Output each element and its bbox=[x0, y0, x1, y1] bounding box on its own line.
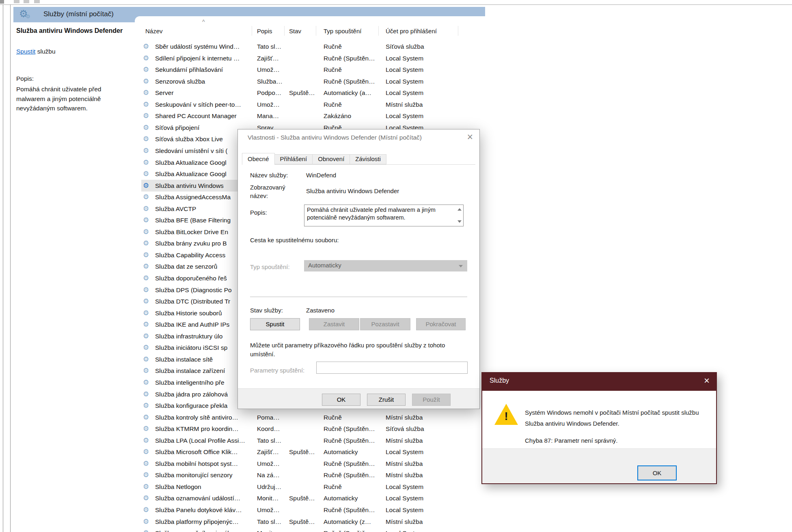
cell-startup: Ručně bbox=[324, 481, 342, 493]
column-separator[interactable] bbox=[252, 26, 252, 36]
separator bbox=[250, 297, 467, 297]
column-header[interactable]: Stav bbox=[289, 28, 301, 34]
cell-desc: Tato sl… bbox=[257, 435, 281, 446]
table-row[interactable]: ⚙Senzorová službaSlužba…Ručně (Spuštěn…L… bbox=[135, 75, 485, 87]
resume-button[interactable]: Pokračovat bbox=[416, 318, 466, 330]
window-divider bbox=[0, 4, 792, 5]
chevron-down-icon bbox=[459, 265, 463, 267]
cell-startup: Ručně (Spuštěn… bbox=[324, 435, 375, 446]
service-gear-icon: ⚙ bbox=[143, 307, 149, 319]
table-row[interactable]: ⚙Služba monitorující senzoryNa zá…Ručně … bbox=[135, 469, 485, 481]
ok-button[interactable]: OK bbox=[322, 394, 360, 406]
cell-desc: Monit… bbox=[257, 492, 278, 504]
table-row[interactable]: ⚙Sdílení připojení k internetu …Zajišť…R… bbox=[135, 52, 485, 64]
tab-přihlášení[interactable]: Přihlášení bbox=[275, 154, 313, 164]
cell-name: Služba monitorující senzory bbox=[155, 469, 232, 481]
cell-name: Služba Capability Access bbox=[155, 249, 225, 261]
cell-name: Služba kontroly sítě antiviro… bbox=[155, 411, 238, 423]
cell-desc: Zajišť… bbox=[257, 446, 279, 458]
table-row[interactable]: ⚙Sekundární přihlašováníUmož…RučněLocal … bbox=[135, 64, 485, 75]
table-row[interactable]: ⚙Služba NetlogonUdržuj…RučněLocal System bbox=[135, 481, 485, 493]
stop-button[interactable]: Zastavit bbox=[309, 318, 359, 330]
warning-icon: ! bbox=[494, 404, 519, 426]
cell-status: Spuště… bbox=[289, 446, 315, 458]
selected-service-title: Služba antiviru Windows Defender bbox=[16, 27, 135, 34]
service-gear-icon: ⚙ bbox=[143, 458, 149, 470]
cell-name: Služba Historie souborů bbox=[155, 307, 222, 319]
table-row[interactable]: ⚙Služba kontroly sítě antiviro…Poma…Ručn… bbox=[135, 411, 485, 423]
cell-startup: Automaticky (a… bbox=[324, 87, 371, 99]
table-row[interactable]: ⚙Sběr událostí systému Wind…Tato sl…Ručn… bbox=[135, 41, 485, 52]
cell-desc: Umož… bbox=[257, 99, 280, 110]
tab-obecné[interactable]: Obecné bbox=[242, 153, 275, 165]
start-button[interactable]: Spustit bbox=[250, 318, 300, 330]
cell-name: Služba iniciátoru iSCSI sp bbox=[155, 342, 227, 353]
cell-name: Sdílení připojení k internetu … bbox=[155, 52, 240, 64]
cell-desc: Tato sl… bbox=[257, 41, 281, 52]
table-row[interactable]: ⚙ServerPodpo…Spuště…Automaticky (a…Local… bbox=[135, 87, 485, 99]
table-row[interactable]: ⚙Služba platformy připojenýc…Tato sl…Spu… bbox=[135, 516, 485, 528]
table-row[interactable]: ⚙Služba mobilní hotspot syst…Umož…Ručně … bbox=[135, 458, 485, 470]
column-header[interactable]: Typ spouštění bbox=[324, 28, 361, 34]
column-header[interactable]: Popis bbox=[257, 28, 272, 34]
cell-account: Místní služba bbox=[386, 458, 423, 470]
cell-name: Shared PC Account Manager bbox=[155, 110, 237, 122]
cell-desc: Na zá… bbox=[257, 469, 280, 481]
pause-button[interactable]: Pozastavit bbox=[360, 318, 410, 330]
dialog-tabs: ObecnéPřihlášeníObnoveníZávislosti bbox=[242, 153, 386, 165]
table-row[interactable]: ⚙Shared PC Account ManagerMana…ZakázánoL… bbox=[135, 110, 485, 122]
cell-name: Služba instalace sítě bbox=[155, 353, 213, 365]
table-row[interactable]: ⚙Služba Microsoft Office Klik…Zajišť…Spu… bbox=[135, 446, 485, 458]
scroll-up-icon[interactable] bbox=[458, 208, 462, 211]
service-gear-icon: ⚙ bbox=[143, 52, 149, 64]
service-gear-icon: ⚙ bbox=[143, 365, 149, 377]
description-textbox[interactable]: Pomáhá chránit uživatele před malwarem a… bbox=[304, 205, 464, 226]
table-row[interactable]: ⚙Služba oznamování událostí…Monit…Spuště… bbox=[135, 492, 485, 504]
service-gear-icon: ⚙ bbox=[143, 516, 149, 528]
cell-name: Služba brány zvuku pro B bbox=[155, 237, 227, 249]
error-ok-button[interactable]: OK bbox=[637, 465, 677, 480]
cell-account: Místní služba bbox=[386, 469, 423, 481]
scroll-down-icon[interactable] bbox=[458, 220, 462, 223]
table-row[interactable]: ⚙Seskupování v sítích peer-to…Umož…Ručně… bbox=[135, 99, 485, 110]
column-separator[interactable] bbox=[458, 26, 458, 36]
table-row[interactable]: ⚙Služba KTMRM pro koordin…Koord…Ručně (S… bbox=[135, 423, 485, 435]
cancel-button[interactable]: Zrušit bbox=[367, 394, 406, 406]
table-row[interactable]: ⚙Služba prezenčního signálu …Monit…Ručně… bbox=[135, 527, 485, 532]
warning-exclamation: ! bbox=[494, 410, 518, 423]
cell-account: Local System bbox=[386, 110, 423, 122]
service-gear-icon: ⚙ bbox=[143, 122, 149, 134]
apply-button[interactable]: Použít bbox=[412, 394, 451, 406]
table-row[interactable]: ⚙Služba Panelu dotykové kláv…Umož…Ručně … bbox=[135, 504, 485, 516]
close-icon[interactable]: × bbox=[704, 375, 710, 386]
service-description: Pomáhá chránit uživatele před malwarem a… bbox=[16, 84, 130, 113]
error-code-line: Chyba 87: Parametr není správný. bbox=[525, 437, 617, 444]
sort-ascending-icon[interactable]: ^ bbox=[202, 19, 205, 25]
startup-type-label: Typ spouštění: bbox=[250, 263, 290, 270]
cell-name: Služba jádra pro zálohová bbox=[155, 388, 228, 400]
cell-name: Služba konfigurace překla bbox=[155, 400, 227, 411]
cell-name: Služba AssignedAccessMa bbox=[155, 191, 231, 203]
start-params-input[interactable] bbox=[316, 362, 468, 374]
cell-name: Služba Microsoft Office Klik… bbox=[155, 446, 238, 458]
dialog-description-label: Popis: bbox=[250, 209, 267, 216]
column-header[interactable]: Název bbox=[145, 28, 163, 34]
column-separator[interactable] bbox=[378, 26, 379, 36]
display-name-value: Služba antiviru Windows Defender bbox=[306, 187, 399, 194]
table-row[interactable]: ⚙Služba LPA (Local Profile Assi…Tato sl…… bbox=[135, 435, 485, 446]
start-service-link[interactable]: Spustit bbox=[16, 48, 35, 55]
cell-name: Služba DTC (Distributed Tr bbox=[155, 295, 230, 307]
service-action-suffix: službu bbox=[35, 48, 55, 55]
service-gear-icon: ⚙ bbox=[143, 353, 149, 365]
cell-name: Služba antiviru Windows bbox=[155, 180, 224, 192]
service-gear-icon: ⚙ bbox=[143, 133, 149, 145]
cell-name: Sledování umístění v síti ( bbox=[155, 145, 227, 157]
tab-závislosti[interactable]: Závislosti bbox=[350, 154, 386, 164]
column-separator[interactable] bbox=[316, 26, 316, 36]
service-status-value: Zastaveno bbox=[306, 307, 334, 314]
column-separator[interactable] bbox=[284, 26, 285, 36]
tab-obnovení[interactable]: Obnovení bbox=[313, 154, 350, 164]
close-icon[interactable]: × bbox=[467, 131, 473, 142]
column-header[interactable]: Účet pro přihlášení bbox=[386, 28, 437, 34]
task-pane: Služba antiviru Windows Defender Spustit… bbox=[11, 22, 135, 532]
